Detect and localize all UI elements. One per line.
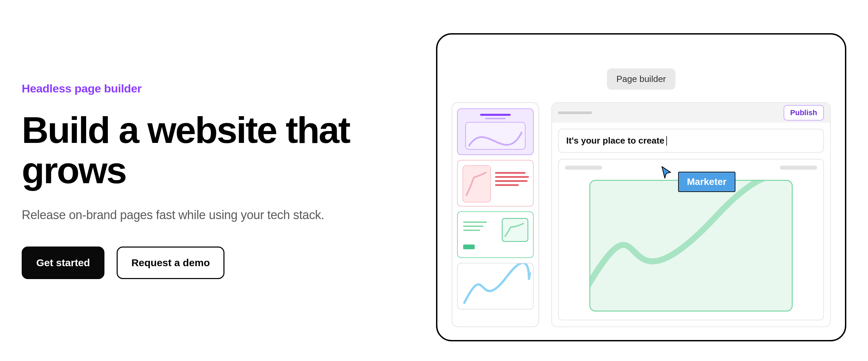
request-demo-button[interactable]: Request a demo <box>117 247 224 279</box>
text-caret-icon <box>666 136 667 146</box>
get-started-button[interactable]: Get started <box>22 247 104 279</box>
squiggle-icon <box>590 181 792 311</box>
squiggle-icon <box>502 219 528 241</box>
placeholder-line <box>780 166 817 170</box>
page-builder-tag: Page builder <box>607 68 675 90</box>
placeholder-line <box>565 166 602 170</box>
hero-image-placeholder <box>589 180 793 312</box>
publish-button[interactable]: Publish <box>784 105 824 121</box>
editor-pane: Publish It's your place to create <box>551 102 831 327</box>
template-thumb-blue[interactable] <box>457 263 534 310</box>
template-thumb-red[interactable] <box>457 160 534 207</box>
hero-heading: Build a website that grows <box>22 110 404 191</box>
squiggle-icon <box>458 263 533 309</box>
squiggle-icon <box>463 166 490 202</box>
headline-text: It's your place to create <box>566 135 664 146</box>
template-thumb-purple[interactable] <box>457 108 534 155</box>
app-frame: Page builder <box>436 33 846 341</box>
eyebrow-label: Headless page builder <box>22 82 404 95</box>
placeholder-line <box>558 111 592 114</box>
cursor-role-label: Marketer <box>678 172 735 192</box>
canvas-block[interactable]: Marketer <box>558 159 824 320</box>
cursor-icon <box>660 166 672 179</box>
editor-topbar: Publish <box>552 103 830 123</box>
template-thumb-green[interactable] <box>457 211 534 258</box>
collab-cursor: Marketer <box>660 166 735 192</box>
squiggle-icon <box>466 123 525 149</box>
template-sidebar <box>452 102 539 327</box>
headline-input[interactable]: It's your place to create <box>558 129 824 153</box>
hero-subtext: Release on-brand pages fast while using … <box>22 208 404 222</box>
